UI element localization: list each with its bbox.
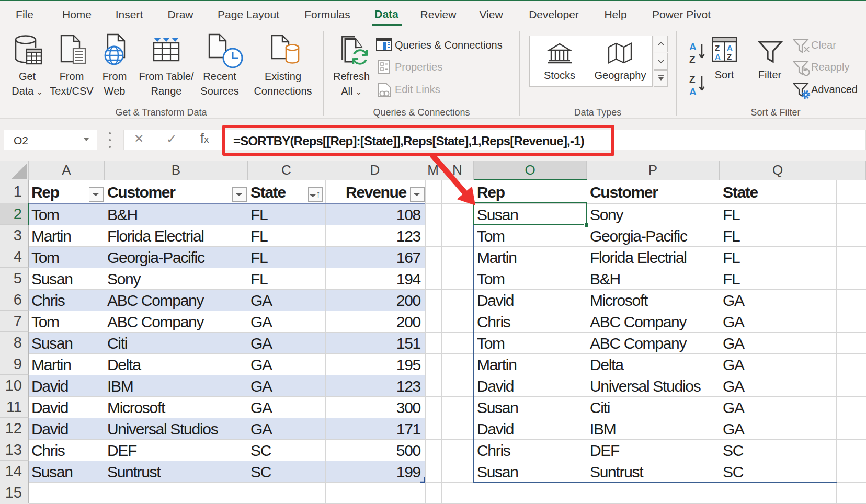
svg-text:Z: Z (727, 52, 732, 61)
svg-text:A: A (689, 41, 697, 52)
svg-text:Z: Z (689, 74, 696, 85)
svg-text:A: A (715, 52, 721, 61)
svg-text:Z: Z (715, 43, 720, 52)
svg-text:A: A (727, 43, 733, 52)
svg-text:Z: Z (689, 54, 696, 65)
svg-text:A: A (689, 86, 697, 97)
